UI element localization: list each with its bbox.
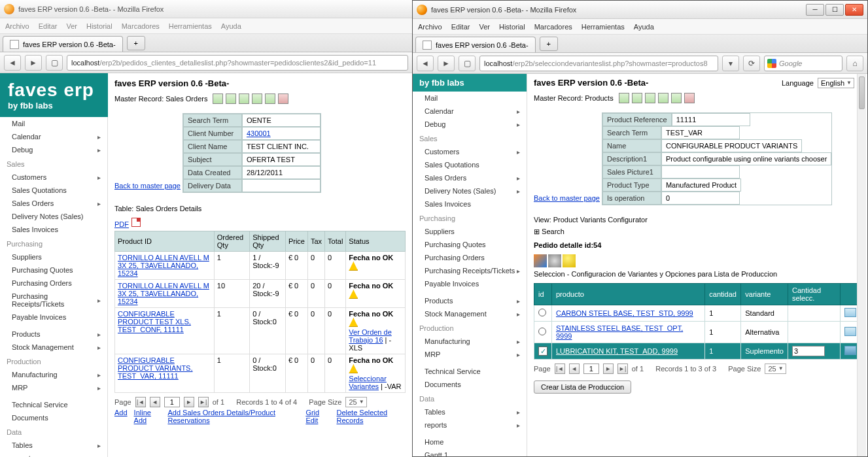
url-bar[interactable]: localhost/erp2b/selecciondevarianteslist…	[479, 56, 718, 71]
identity-button[interactable]: ▢	[459, 56, 476, 71]
bulb-icon[interactable]	[563, 254, 576, 267]
language-select[interactable]: English	[818, 78, 854, 88]
url-bar[interactable]: localhost/erp2b/pedidos_clientes_detalle…	[67, 55, 408, 71]
menu-marcadores[interactable]: Marcadores	[122, 22, 160, 30]
pager-prev[interactable]: ◄	[150, 397, 160, 407]
action-icon[interactable]	[619, 93, 629, 103]
sidebar-item-manufacturing[interactable]: Manufacturing	[413, 335, 527, 348]
sidebar-item-mrp[interactable]: MRP	[413, 348, 527, 361]
sidebar-item-purchquotes[interactable]: Purchasing Quotes	[413, 238, 527, 251]
row-action-icon[interactable]	[844, 346, 856, 355]
search-box[interactable]: Google	[764, 56, 842, 71]
row-checkbox[interactable]: ✓	[538, 347, 547, 356]
sidebar-item-purchreceipts[interactable]: Purchasing Receipts/Tickets	[413, 264, 527, 277]
menu-editar[interactable]: Editar	[451, 23, 470, 31]
tab-erp[interactable]: faves ERP version 0.6 -Beta-	[415, 37, 536, 52]
action-gridedit[interactable]: Grid Edit	[305, 409, 330, 424]
action-icon[interactable]	[671, 93, 682, 103]
sidebar-item-deliverynotes[interactable]: Delivery Notes (Sales)	[0, 210, 107, 223]
back-button[interactable]: ◄	[417, 56, 434, 71]
close-button[interactable]: ✕	[845, 4, 863, 16]
minimize-button[interactable]: ─	[806, 4, 824, 16]
back-button[interactable]: ◄	[4, 55, 21, 71]
forward-button[interactable]: ►	[25, 55, 42, 71]
pager-last[interactable]: ►|	[198, 397, 209, 407]
sidebar-item-tables[interactable]: Tables	[0, 439, 107, 452]
product-link[interactable]: STAINLESS STEEL BASE, TEST_OPT, 9999	[556, 324, 683, 340]
pager-prev[interactable]: ◄	[569, 364, 580, 374]
action-icon[interactable]	[213, 93, 223, 104]
row-radio[interactable]	[538, 328, 546, 335]
sidebar-item-mail[interactable]: Mail	[0, 117, 107, 130]
sidebar-item-products[interactable]: Products	[0, 328, 107, 341]
pager-next[interactable]: ►	[603, 364, 614, 374]
create-list-button[interactable]: Crear Lista de Produccion	[534, 381, 631, 394]
sidebar-item-salesorders[interactable]: Sales Orders	[0, 197, 107, 210]
sidebar-item-salesinvoices[interactable]: Sales Invoices	[413, 197, 527, 211]
product-link[interactable]: TORNILLO ALLEN AVELL M 3X 25, T3AVELLANA…	[118, 282, 209, 305]
action-inlineadd[interactable]: Inline Add	[134, 409, 162, 424]
sidebar-item-customers[interactable]: Customers	[413, 145, 527, 158]
product-link[interactable]: TORNILLO ALLEN AVELL M 3X 25, T3AVELLANA…	[118, 254, 209, 277]
back-to-master-link[interactable]: Back to master page	[534, 194, 600, 202]
reload-button[interactable]: ⟳	[743, 56, 760, 71]
back-to-master-link[interactable]: Back to master page	[114, 182, 181, 190]
sidebar-item-purchorders[interactable]: Purchasing Orders	[413, 251, 527, 264]
menu-ayuda[interactable]: Ayuda	[634, 23, 654, 31]
search-expand[interactable]: ⊞ Search	[534, 228, 861, 236]
action-icon[interactable]	[226, 93, 236, 104]
pager-page-input[interactable]	[583, 364, 599, 374]
action-icon[interactable]	[684, 93, 695, 103]
sidebar-item-calendar[interactable]: Calendar	[0, 130, 107, 143]
menu-editar[interactable]: Editar	[39, 22, 58, 30]
menu-herramientas[interactable]: Herramientas	[582, 23, 625, 31]
product-link[interactable]: LUBRICATION KIT, TEST_ADD, 9999	[556, 347, 678, 355]
client-number-link[interactable]: 430001	[247, 129, 271, 137]
sidebar-item-gantt[interactable]: Gantt 1	[413, 449, 527, 456]
menu-ver[interactable]: Ver	[66, 22, 77, 30]
pager-first[interactable]: |◄	[135, 397, 146, 407]
menu-herramientas[interactable]: Herramientas	[169, 22, 212, 30]
sidebar-item-payable[interactable]: Payable Invoices	[413, 277, 527, 290]
sidebar-item-reports[interactable]: reports	[413, 418, 527, 432]
identity-button[interactable]: ▢	[46, 55, 63, 71]
quantity-input[interactable]	[792, 346, 825, 356]
action-icon[interactable]	[252, 93, 262, 104]
sidebar-item-documents[interactable]: Documents	[0, 411, 107, 424]
sidebar-item-reports[interactable]: reports	[0, 452, 107, 457]
row-action-icon[interactable]	[844, 308, 856, 317]
forward-button[interactable]: ►	[438, 56, 455, 71]
sidebar-item-technical[interactable]: Technical Service	[413, 365, 527, 378]
sidebar-item-products[interactable]: Products	[413, 294, 527, 307]
sidebar-item-mrp[interactable]: MRP	[0, 381, 107, 394]
maximize-button[interactable]: ☐	[825, 4, 844, 16]
product-link[interactable]: CONFIGURABLE PRODUCT TEST XLS, TEST_CONF…	[118, 310, 191, 333]
action-delete[interactable]: Delete Selected Records	[337, 409, 406, 424]
action-icon[interactable]	[632, 93, 642, 103]
sidebar-item-tables[interactable]: Tables	[413, 405, 527, 418]
sidebar-item-home[interactable]: Home	[413, 435, 527, 449]
sidebar-item-calendar[interactable]: Calendar	[413, 105, 527, 118]
pdf-link[interactable]: PDF	[114, 220, 129, 228]
action-icon[interactable]	[265, 93, 275, 104]
sidebar-item-manufacturing[interactable]: Manufacturing	[0, 368, 107, 381]
pager-first[interactable]: |◄	[555, 364, 565, 374]
action-icon[interactable]	[645, 93, 655, 103]
menu-historial[interactable]: Historial	[499, 23, 525, 31]
action-add[interactable]: Add	[114, 409, 128, 424]
sidebar-item-salesquotations[interactable]: Sales Quotations	[413, 158, 527, 171]
action-addreservations[interactable]: Add Sales Orders Details/Product Reserva…	[167, 409, 299, 424]
row-radio[interactable]	[538, 309, 546, 316]
menu-ayuda[interactable]: Ayuda	[221, 22, 241, 30]
sidebar-item-payable[interactable]: Payable Invoices	[0, 311, 107, 324]
pager-page-input[interactable]	[164, 397, 180, 407]
sidebar-item-mail[interactable]: Mail	[413, 92, 527, 105]
menu-ver[interactable]: Ver	[479, 23, 490, 31]
new-tab-button[interactable]: +	[127, 36, 145, 50]
home-button[interactable]: ⌂	[846, 56, 863, 71]
sidebar-item-suppliers[interactable]: Suppliers	[0, 250, 107, 263]
sidebar-item-suppliers[interactable]: Suppliers	[413, 225, 527, 238]
sidebar-item-salesorders[interactable]: Sales Orders	[413, 171, 527, 184]
pagesize-select[interactable]: 25	[765, 364, 786, 374]
sidebar-item-purchreceipts[interactable]: Purchasing Receipts/Tickets	[0, 290, 107, 311]
